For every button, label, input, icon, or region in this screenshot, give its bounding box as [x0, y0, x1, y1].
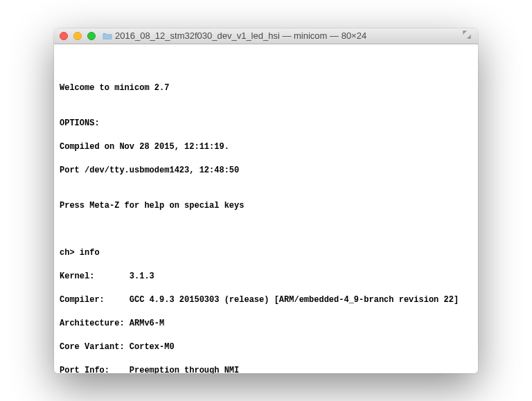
- window-title: 2016_08_12_stm32f030_dev_v1_led_hsi — mi…: [115, 30, 461, 41]
- terminal-line: Welcome to minicom 2.7: [60, 82, 472, 94]
- terminal-window: 2016_08_12_stm32f030_dev_v1_led_hsi — mi…: [54, 28, 478, 373]
- terminal-line: Press Meta-Z for help on special keys: [60, 200, 472, 212]
- traffic-lights: [60, 32, 96, 40]
- terminal-line: Port /dev/tty.usbmodem1423, 12:48:50: [60, 165, 472, 177]
- terminal-line: Core Variant: Cortex-M0: [60, 341, 472, 353]
- fullscreen-icon[interactable]: [461, 30, 472, 41]
- close-button[interactable]: [60, 32, 68, 40]
- terminal-line: ch> info: [60, 247, 472, 259]
- terminal-output[interactable]: Welcome to minicom 2.7 OPTIONS: Compiled…: [54, 44, 478, 373]
- terminal-line: Port Info: Preemption through NMI: [60, 365, 472, 373]
- terminal-line: Kernel: 3.1.3: [60, 271, 472, 283]
- minimize-button[interactable]: [73, 32, 82, 40]
- terminal-line: OPTIONS:: [60, 118, 472, 130]
- terminal-line: Compiler: GCC 4.9.3 20150303 (release) […: [60, 294, 472, 306]
- titlebar[interactable]: 2016_08_12_stm32f030_dev_v1_led_hsi — mi…: [54, 28, 478, 44]
- zoom-button[interactable]: [87, 32, 96, 40]
- folder-icon[interactable]: [103, 32, 112, 40]
- terminal-line: Architecture: ARMv6-M: [60, 318, 472, 330]
- terminal-line: Compiled on Nov 28 2015, 12:11:19.: [60, 141, 472, 153]
